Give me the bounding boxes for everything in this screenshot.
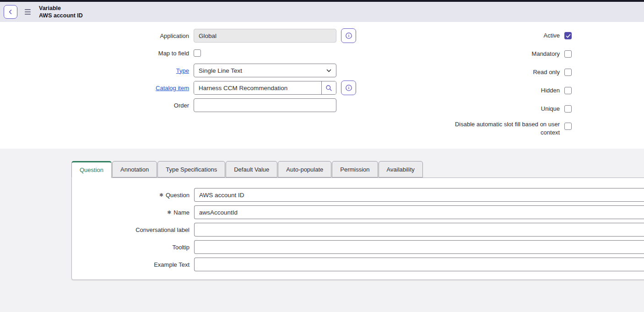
question-input[interactable] (194, 188, 644, 202)
tab-permission[interactable]: Permission (332, 161, 378, 178)
tab-annotation[interactable]: Annotation (112, 161, 157, 178)
conversational-label-input[interactable] (194, 223, 644, 237)
tab-availability[interactable]: Availability (379, 161, 423, 178)
chevron-down-icon (326, 68, 332, 74)
search-icon (325, 85, 332, 91)
mandatory-asterisk-icon (159, 192, 166, 199)
read-only-checkbox[interactable] (564, 69, 572, 76)
example-text-input[interactable] (194, 258, 644, 271)
tooltip-input[interactable] (194, 240, 644, 254)
info-icon (345, 84, 352, 91)
disable-slot-fill-checkbox[interactable] (564, 123, 572, 130)
hidden-label: Hidden (366, 86, 564, 95)
tab-strip: Question Annotation Type Specifications … (71, 161, 644, 178)
application-label: Application (0, 32, 194, 39)
tooltip-row: Tooltip (72, 240, 644, 254)
map-to-field-row: Map to field (0, 46, 366, 60)
active-label: Active (366, 32, 564, 40)
hidden-row: Hidden (366, 84, 644, 97)
unique-row: Unique (366, 102, 644, 116)
record-title: Variable AWS account ID (39, 5, 83, 19)
order-input[interactable] (194, 98, 336, 112)
application-row: Application (0, 29, 366, 43)
unique-checkbox[interactable] (564, 105, 572, 113)
question-row: Question (72, 188, 644, 202)
record-type-label: Variable (39, 5, 83, 12)
application-info-button[interactable] (341, 28, 356, 43)
tooltip-label: Tooltip (72, 244, 194, 251)
unique-label: Unique (366, 105, 564, 113)
map-to-field-label: Map to field (0, 50, 194, 57)
mandatory-asterisk-icon (167, 209, 173, 216)
read-only-label: Read only (366, 68, 564, 76)
name-row: Name (72, 205, 644, 219)
tab-auto-populate[interactable]: Auto-populate (278, 161, 331, 178)
form-top-section: Application Map to field Type Single Lin… (0, 22, 644, 149)
map-to-field-checkbox[interactable] (194, 49, 201, 57)
record-header: Variable AWS account ID (0, 2, 644, 22)
catalog-item-search-button[interactable] (321, 81, 336, 94)
catalog-item-lookup (194, 81, 336, 95)
type-select[interactable]: Single Line Text (194, 64, 336, 77)
disable-slot-fill-row: Disable automatic slot fill based on use… (366, 120, 644, 137)
catalog-item-row: Catalog item (0, 81, 366, 95)
catalog-item-label-link[interactable]: Catalog item (156, 85, 189, 91)
chevron-left-icon (8, 9, 13, 15)
catalog-item-info-button[interactable] (341, 81, 356, 95)
back-button[interactable] (4, 5, 17, 19)
conversational-label-label: Conversational label (72, 226, 194, 233)
order-label: Order (0, 102, 194, 109)
mandatory-checkbox[interactable] (564, 50, 572, 58)
variable-form-page: Variable AWS account ID Application Map … (0, 0, 644, 312)
tab-type-specifications[interactable]: Type Specifications (157, 161, 225, 178)
name-label: Name (173, 209, 189, 216)
conversational-label-row: Conversational label (72, 223, 644, 237)
question-label: Question (166, 192, 189, 199)
form-left-column: Application Map to field Type Single Lin… (0, 29, 366, 149)
active-row: Active (366, 29, 644, 43)
mandatory-row: Mandatory (366, 47, 644, 61)
order-row: Order (0, 98, 366, 112)
tab-question[interactable]: Question (71, 161, 112, 178)
application-input[interactable] (194, 29, 336, 43)
info-icon (345, 32, 352, 39)
example-text-label: Example Text (72, 261, 194, 268)
form-right-column: Active Mandatory Read only Hidden (366, 29, 644, 149)
menu-icon[interactable] (24, 7, 32, 16)
type-selected-value: Single Line Text (199, 67, 326, 74)
active-checkbox[interactable] (564, 32, 572, 39)
catalog-item-input[interactable] (194, 81, 321, 94)
tabs-section: Question Annotation Type Specifications … (0, 149, 644, 312)
read-only-row: Read only (366, 65, 644, 79)
mandatory-label: Mandatory (366, 50, 564, 58)
record-name-label: AWS account ID (39, 12, 83, 19)
tab-default-value[interactable]: Default Value (226, 161, 277, 178)
question-tab-panel: Question Name Conversational label Toolt… (71, 178, 644, 280)
hidden-checkbox[interactable] (564, 87, 572, 94)
disable-slot-fill-label: Disable automatic slot fill based on use… (446, 120, 560, 137)
type-row: Type Single Line Text (0, 64, 366, 77)
example-text-row: Example Text (72, 258, 644, 271)
name-input[interactable] (194, 205, 644, 219)
type-label-link[interactable]: Type (176, 67, 189, 74)
